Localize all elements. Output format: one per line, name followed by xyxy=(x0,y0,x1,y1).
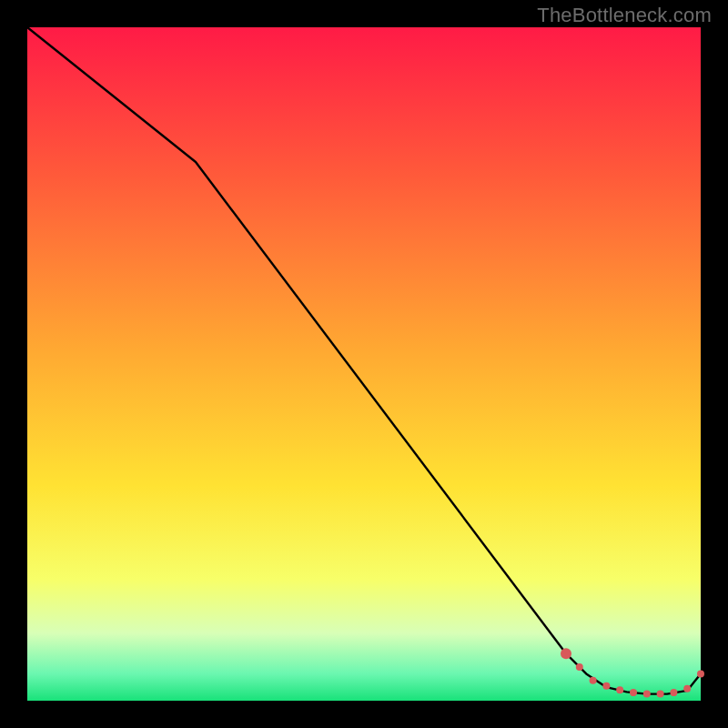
chart-frame: TheBottleneck.com xyxy=(0,0,728,728)
curve-marker xyxy=(657,691,664,698)
chart-canvas xyxy=(0,0,728,728)
watermark-text: TheBottleneck.com xyxy=(537,4,712,27)
curve-marker xyxy=(616,686,623,693)
curve-marker xyxy=(602,682,610,690)
plot-background xyxy=(27,27,701,701)
curve-marker xyxy=(590,677,597,684)
curve-marker xyxy=(683,685,691,693)
curve-marker xyxy=(630,689,637,696)
curve-marker xyxy=(561,648,571,659)
curve-marker xyxy=(670,689,677,696)
curve-marker xyxy=(576,663,583,671)
curve-end-marker xyxy=(697,670,704,677)
curve-marker xyxy=(643,691,651,698)
